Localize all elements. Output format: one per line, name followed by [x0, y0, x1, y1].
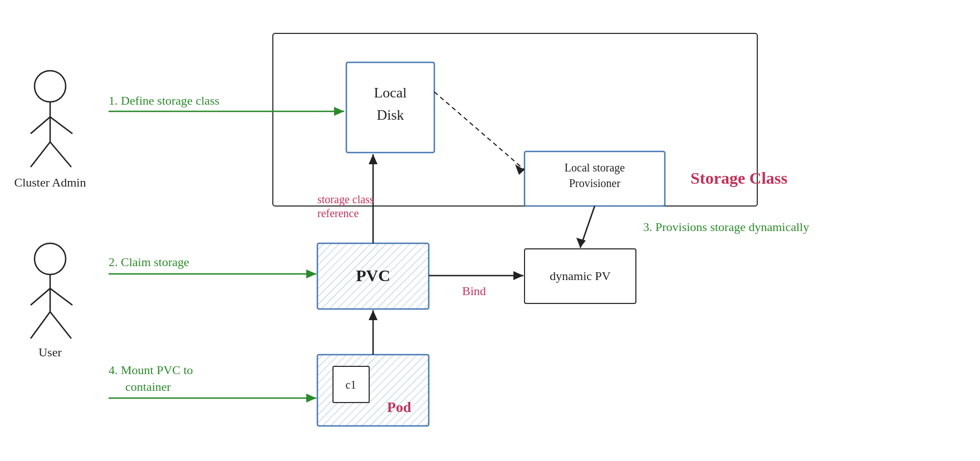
user-right-leg [50, 312, 71, 339]
cluster-admin-right-leg [50, 142, 71, 167]
local-disk-label2: Disk [376, 107, 404, 123]
cluster-admin-left-leg [31, 142, 50, 167]
pvc-label: PVC [356, 266, 390, 285]
bind-arrow-head [513, 271, 523, 280]
user-head [35, 243, 66, 274]
step2-arrow-head [306, 269, 316, 278]
dynamic-pv-label: dynamic PV [550, 269, 610, 283]
container-label: c1 [346, 379, 356, 391]
cluster-admin-head [35, 71, 66, 102]
storage-class-container [273, 33, 757, 206]
step4-label-line2: container [125, 380, 171, 394]
step3-label: 3. Provisions storage dynamically [643, 220, 809, 234]
storage-class-label: Storage Class [690, 169, 787, 187]
storage-class-ref-label2: reference [317, 207, 359, 219]
provisioner-to-pv-head [576, 238, 586, 248]
user-right-arm [50, 288, 72, 305]
local-disk-label: Local [374, 85, 406, 101]
cluster-admin-right-arm [50, 117, 72, 134]
pod-label: Pod [387, 399, 411, 415]
step4-arrow-head [306, 394, 316, 403]
local-storage-provisioner-label2: Provisioner [569, 177, 621, 189]
pod-to-pvc-head [369, 310, 378, 320]
diagram-container: Storage Class Local Disk Local storage P… [0, 0, 980, 461]
user-label: User [38, 345, 62, 359]
step1-label: 1. Define storage class [109, 94, 219, 107]
storage-class-ref-label1: storage class [317, 193, 374, 206]
bind-label: Bind [462, 284, 486, 298]
step4-label-line1: 4. Mount PVC to [109, 363, 193, 377]
user-left-leg [31, 312, 50, 339]
cluster-admin-label: Cluster Admin [14, 175, 86, 189]
main-diagram: Storage Class Local Disk Local storage P… [0, 0, 980, 461]
local-storage-provisioner-label1: Local storage [565, 161, 625, 174]
step2-label: 2. Claim storage [109, 255, 189, 269]
cluster-admin-left-arm [31, 117, 50, 134]
user-left-arm [31, 288, 50, 305]
